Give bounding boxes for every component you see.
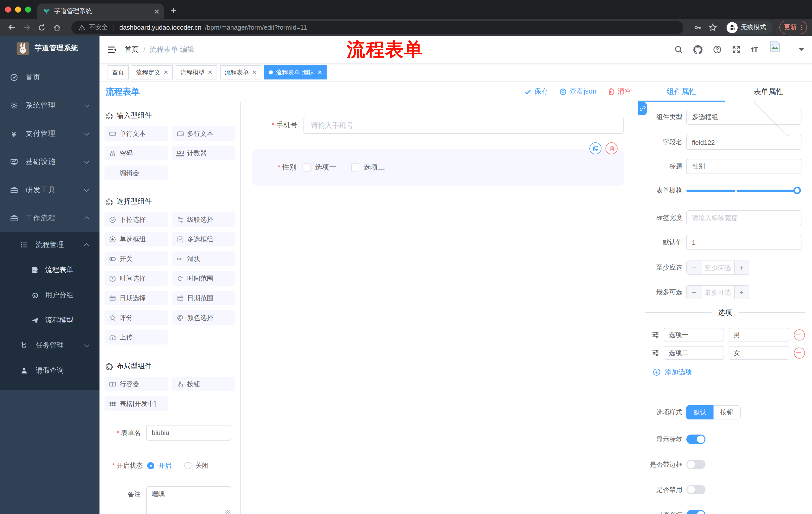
component-radio-group[interactable]: 单选框组 (105, 232, 168, 246)
form-name-input[interactable] (146, 425, 231, 440)
save-button[interactable]: 保存 (524, 87, 548, 96)
clear-button[interactable]: 清空 (608, 87, 632, 96)
title-input[interactable] (686, 159, 802, 174)
sidebar-item-user-group[interactable]: 用户分组 (0, 283, 99, 308)
drag-handle-icon[interactable] (652, 331, 659, 339)
sidebar-item-process-form[interactable]: 流程表单 (0, 258, 99, 283)
component-select[interactable]: 下拉选择 (105, 212, 168, 227)
hamburger-icon[interactable] (108, 46, 117, 54)
browser-update-button[interactable]: 更新 (779, 21, 807, 34)
canvas-field-gender-selected[interactable]: 性别 选项一 选项二 (252, 150, 624, 186)
component-editor[interactable]: 编辑器 (105, 165, 168, 180)
component-time-picker[interactable]: 时间选择 (105, 271, 168, 286)
sidebar-item-home[interactable]: 首页 (0, 63, 99, 91)
avatar[interactable] (769, 40, 788, 59)
delete-field-button[interactable] (606, 142, 617, 154)
browser-tab[interactable]: 芋道管理系统 ✕ (37, 3, 164, 19)
close-window-button[interactable] (5, 6, 11, 12)
component-upload[interactable]: 上传 (105, 330, 168, 345)
border-toggle[interactable] (686, 460, 705, 469)
component-type-select[interactable]: 多选框组 (686, 110, 802, 125)
disabled-toggle[interactable] (686, 485, 705, 494)
max-select-stepper[interactable] (686, 285, 749, 299)
component-password[interactable]: 密码 (105, 146, 168, 160)
add-option-button[interactable]: 添加选项 (653, 368, 812, 377)
browser-menu-icon[interactable] (801, 25, 802, 30)
style-default-button[interactable]: 默认 (686, 405, 714, 420)
default-value-input[interactable] (686, 235, 802, 250)
tag-close-icon[interactable]: ✕ (207, 70, 212, 76)
sidebar-item-workflow[interactable]: 工作流程 (0, 204, 99, 232)
sidebar-item-payment[interactable]: ¥ 支付管理 (0, 120, 99, 148)
minimize-window-button[interactable] (15, 6, 21, 12)
gender-option-1[interactable]: 选项一 (302, 163, 336, 172)
maximize-window-button[interactable] (25, 6, 31, 12)
duplicate-field-button[interactable] (589, 142, 602, 154)
link-handle[interactable] (638, 102, 647, 115)
sidebar-item-devtools[interactable]: 研发工具 (0, 176, 99, 204)
component-color-picker[interactable]: 颜色选择 (172, 310, 235, 325)
component-cascader[interactable]: 级联选择 (172, 212, 235, 227)
password-key-icon[interactable] (691, 21, 704, 34)
sidebar-item-process-manage[interactable]: 流程管理 (0, 232, 99, 258)
checkbox-icon[interactable] (351, 163, 359, 171)
tag-process-definition[interactable]: 流程定义 ✕ (132, 65, 173, 79)
remove-option-button[interactable] (794, 347, 805, 358)
home-button[interactable] (50, 21, 63, 34)
caret-down-icon[interactable] (799, 48, 804, 53)
phone-input[interactable] (303, 117, 624, 134)
field-name-input[interactable] (686, 135, 802, 150)
tag-close-icon[interactable]: ✕ (252, 70, 257, 76)
status-radio-on[interactable]: 开启 (147, 458, 171, 473)
component-switch[interactable]: 开关 (105, 251, 168, 266)
component-time-range[interactable]: 时间范围 (172, 271, 235, 286)
sidebar-item-infra[interactable]: 基础设施 (0, 148, 99, 176)
search-icon[interactable] (674, 45, 683, 54)
style-button-button[interactable]: 按钮 (714, 405, 741, 420)
tag-close-icon[interactable]: ✕ (317, 70, 322, 76)
component-slider[interactable]: 滑块 (172, 251, 235, 266)
sidebar-item-process-model[interactable]: 流程模型 (0, 308, 99, 333)
view-json-button[interactable]: 查看json (559, 87, 597, 96)
github-icon[interactable] (693, 45, 702, 54)
stepper-increase-button[interactable] (734, 261, 749, 274)
new-tab-button[interactable]: + (171, 5, 176, 16)
grid-slider[interactable] (686, 187, 798, 195)
component-date-picker[interactable]: 日期选择 (105, 291, 168, 305)
option-value-input[interactable] (729, 346, 789, 360)
sidebar-item-leave-query[interactable]: 请假查询 (0, 358, 99, 383)
tag-home[interactable]: 首页 (108, 65, 128, 79)
slider-handle[interactable] (793, 187, 801, 194)
component-single-line-text[interactable]: 单行文本 (105, 126, 168, 141)
component-button[interactable]: 按钮 (172, 377, 235, 391)
tag-process-form-edit[interactable]: 流程表单-编辑 ✕ (264, 65, 327, 79)
min-select-input[interactable] (701, 261, 734, 274)
component-date-range[interactable]: 日期范围 (172, 291, 235, 305)
help-icon[interactable] (713, 45, 722, 54)
forward-button[interactable] (20, 21, 33, 34)
sidebar-item-task-manage[interactable]: 任务管理 (0, 333, 99, 358)
component-counter[interactable]: 123 计数器 (172, 146, 235, 160)
component-checkbox-group[interactable]: 多选框组 (172, 232, 235, 246)
tag-close-icon[interactable]: ✕ (163, 70, 168, 76)
stepper-decrease-button[interactable] (687, 261, 701, 274)
required-toggle[interactable] (686, 510, 705, 514)
tag-process-model[interactable]: 流程模型 ✕ (176, 65, 217, 79)
font-size-icon[interactable]: tT (751, 45, 758, 54)
reload-button[interactable] (35, 21, 48, 34)
breadcrumb-home[interactable]: 首页 (125, 45, 139, 54)
back-button[interactable] (5, 21, 18, 34)
component-table-dev[interactable]: 表格[开发中] (105, 396, 168, 411)
max-select-input[interactable] (701, 286, 734, 299)
tab-component-props[interactable]: 组件属性 (638, 81, 725, 102)
drag-handle-icon[interactable] (652, 349, 659, 357)
stepper-increase-button[interactable] (734, 286, 749, 299)
min-select-stepper[interactable] (686, 261, 749, 275)
stepper-decrease-button[interactable] (687, 286, 701, 299)
bookmark-star-icon[interactable] (706, 21, 719, 34)
show-label-toggle[interactable] (686, 435, 705, 444)
option-label-input[interactable] (664, 328, 724, 342)
form-canvas[interactable]: 手机号 性别 (241, 102, 638, 514)
fullscreen-icon[interactable] (732, 45, 741, 54)
option-label-input[interactable] (664, 346, 724, 360)
